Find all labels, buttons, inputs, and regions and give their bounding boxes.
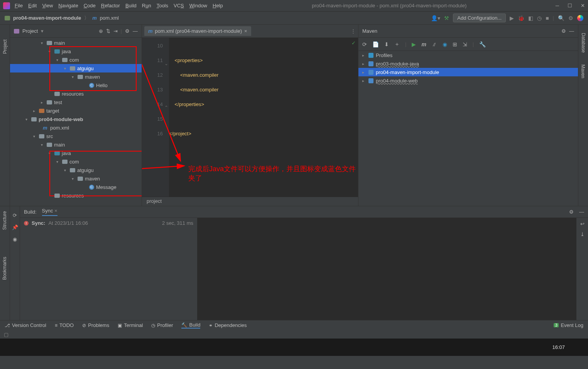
select-opened-icon[interactable]: ⊕ (99, 28, 103, 34)
debug-icon[interactable]: 🐞 (518, 15, 524, 21)
hide-icon[interactable]: — (579, 209, 584, 215)
profile-icon[interactable]: ◷ (537, 15, 542, 21)
code-editor[interactable]: ✓ ⌄ ⌃ 10111213141516 <properties> <maven… (142, 38, 358, 197)
tab-build[interactable]: 🔨 Build (181, 322, 200, 329)
search-icon[interactable]: 🔍 (558, 15, 564, 21)
menu-help[interactable]: Help (213, 3, 223, 8)
tree-item[interactable]: ▾maven (10, 72, 142, 81)
soft-wrap-icon[interactable]: ↩ (580, 221, 585, 227)
collapse-icon[interactable]: ⇲ (463, 41, 467, 47)
rerun-icon[interactable]: ⟳ (13, 212, 17, 218)
pin-icon[interactable]: 📌 (12, 224, 18, 230)
gear-icon[interactable]: ⚙ (561, 28, 566, 34)
menu-window[interactable]: Window (189, 3, 207, 8)
maven-tree[interactable]: ▸Profiles▸pro03-moduke-java▸pro04-maven-… (358, 51, 578, 206)
build-console[interactable] (198, 218, 576, 320)
editor-tab-pom[interactable]: m pom.xml (pro04-maven-import-module) × (144, 26, 251, 36)
menu-vcs[interactable]: VCS (174, 3, 184, 8)
tree-item[interactable]: CHello (10, 81, 142, 89)
tree-item[interactable]: ▾com (10, 157, 142, 166)
tree-item[interactable]: resources (10, 191, 142, 200)
skip-tests-icon[interactable]: ⫽ (432, 41, 437, 47)
menu-tools[interactable]: Tools (157, 3, 168, 8)
run-icon[interactable]: ▶ (412, 41, 416, 47)
tab-problems[interactable]: ⊘ Problems (82, 322, 109, 328)
hide-icon[interactable]: — (133, 28, 138, 34)
stop-icon[interactable]: ■ (546, 15, 549, 21)
maven-item[interactable]: ▸Profiles (358, 51, 578, 59)
inspection-ok-icon[interactable]: ✓ (351, 40, 356, 46)
tree-item[interactable]: ▸test (10, 98, 142, 106)
gear-icon[interactable]: ⚙ (569, 209, 574, 215)
expand-all-icon[interactable]: ⇅ (106, 28, 110, 34)
add-configuration-button[interactable]: Add Configuration... (453, 13, 506, 22)
collapse-icon[interactable]: ⇥ (113, 28, 118, 34)
sidebar-tab-project[interactable]: Project (2, 39, 8, 54)
tree-item[interactable]: ▾java (10, 47, 142, 56)
hammer-icon[interactable]: ⚒ (444, 15, 449, 21)
dropdown-icon[interactable]: ▾ (41, 28, 44, 34)
status-icon[interactable]: ▢ (4, 332, 8, 337)
tree-item[interactable]: resources (10, 89, 142, 98)
maven-item[interactable]: ▸pro04-module-web (358, 76, 578, 85)
sync-result-row[interactable]: ! Sync: At 2023/1/1 16:06 2 sec, 311 ms (24, 220, 193, 226)
breadcrumb-project[interactable]: pro04-maven-import-module (13, 15, 81, 21)
build-results[interactable]: ! Sync: At 2023/1/1 16:06 2 sec, 311 ms (20, 218, 198, 320)
menu-view[interactable]: View (42, 3, 53, 8)
menu-build[interactable]: Build (125, 3, 137, 8)
close-tab-icon[interactable]: × (244, 28, 247, 34)
menu-code[interactable]: Code (84, 3, 96, 8)
view-icon[interactable]: ◉ (13, 236, 17, 242)
coverage-icon[interactable]: ◧ (528, 15, 533, 21)
offline-icon[interactable]: ◉ (443, 41, 447, 47)
fold-icon[interactable]: ⌄ (164, 56, 168, 71)
generate-icon[interactable]: 📄 (372, 41, 379, 47)
add-icon[interactable]: ＋ (394, 41, 400, 48)
tab-dependencies[interactable]: ⚭ Dependencies (209, 322, 247, 328)
diagram-icon[interactable]: ⊞ (453, 41, 457, 47)
editor-breadcrumb[interactable]: project (142, 197, 358, 206)
sidebar-tab-database[interactable]: Database (581, 33, 586, 52)
tree-item[interactable]: ▾src (10, 132, 142, 140)
sync-tab[interactable]: Sync × (42, 208, 57, 216)
tab-terminal[interactable]: ▣ Terminal (118, 322, 143, 328)
hide-icon[interactable]: — (569, 28, 574, 34)
tab-profiler[interactable]: ◷ Profiler (151, 322, 173, 328)
close-icon[interactable]: ✕ (581, 3, 585, 8)
project-tree[interactable]: ▾main▾java▾com▾atguigu▾mavenCHelloresour… (10, 38, 142, 206)
tab-todo[interactable]: ≡ TODO (55, 322, 74, 328)
tab-menu-icon[interactable]: ⋮ (351, 28, 356, 34)
menu-file[interactable]: File (15, 3, 23, 8)
tree-item[interactable]: ▾maven (10, 174, 142, 183)
breadcrumb-file[interactable]: pom.xml (100, 15, 119, 21)
sidebar-tab-structure[interactable]: Structure (2, 211, 8, 230)
tree-item[interactable]: ▾main (10, 140, 142, 149)
maven-item[interactable]: ▸pro03-moduke-java (358, 59, 578, 68)
menu-navigate[interactable]: Navigate (58, 3, 78, 8)
sidebar-tab-bookmarks[interactable]: Bookmarks (2, 257, 8, 280)
menu-refactor[interactable]: Refactor (101, 3, 120, 8)
run-icon[interactable]: ▶ (510, 15, 514, 21)
minimize-icon[interactable]: ─ (556, 3, 559, 8)
fold-icon[interactable]: ⌃ (164, 100, 168, 115)
user-icon[interactable]: 👤▾ (431, 15, 440, 21)
tree-item[interactable]: ▾com (10, 56, 142, 64)
tree-item[interactable]: ▾main (10, 39, 142, 47)
maximize-icon[interactable]: ☐ (568, 3, 572, 8)
tree-item[interactable]: mpom.xml (10, 123, 142, 132)
sidebar-tab-maven[interactable]: Maven (581, 64, 586, 78)
tree-item[interactable]: ▾atguigu (10, 64, 142, 72)
m-icon[interactable]: m (421, 41, 426, 47)
tree-item[interactable]: ▸target (10, 106, 142, 115)
reload-icon[interactable]: ⟳ (362, 41, 367, 47)
tab-version-control[interactable]: ⎇ Version Control (5, 322, 46, 328)
project-title[interactable]: Project (22, 28, 38, 34)
maven-item[interactable]: ▸pro04-maven-import-module (358, 68, 578, 76)
tree-item[interactable]: CMessage (10, 183, 142, 191)
event-log[interactable]: 3 Event Log (554, 322, 583, 328)
scroll-end-icon[interactable]: ⤓ (580, 231, 585, 237)
tree-item[interactable]: ▾java (10, 149, 142, 157)
tree-item[interactable]: ▾pro04-module-web (10, 115, 142, 123)
download-icon[interactable]: ⬇ (384, 41, 389, 47)
wrench-icon[interactable]: 🔧 (479, 41, 486, 47)
